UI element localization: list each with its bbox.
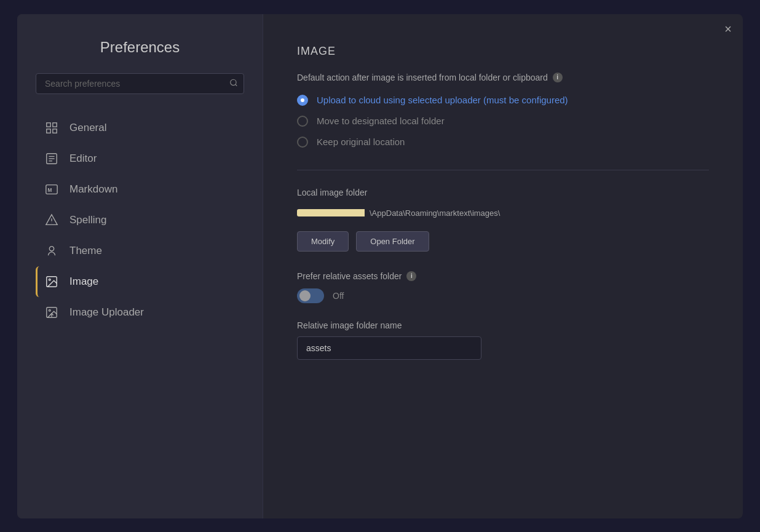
sidebar: Preferences General Editor M bbox=[17, 14, 263, 518]
modify-button[interactable]: Modify bbox=[297, 231, 349, 252]
sidebar-item-general-label: General bbox=[69, 122, 106, 134]
default-action-description: Default action after image is inserted f… bbox=[297, 73, 709, 82]
relative-folder-name-input[interactable] bbox=[297, 336, 481, 360]
radio-upload[interactable]: Upload to cloud using selected uploader … bbox=[297, 95, 709, 106]
markdown-icon: M bbox=[44, 181, 60, 197]
sidebar-item-theme[interactable]: Theme bbox=[36, 236, 244, 266]
close-button[interactable]: × bbox=[724, 23, 732, 35]
relative-assets-label: Prefer relative assets folder i bbox=[297, 271, 709, 281]
radio-keep-btn bbox=[297, 137, 308, 148]
relative-assets-info-icon[interactable]: i bbox=[406, 271, 416, 281]
spelling-icon bbox=[44, 212, 60, 228]
open-folder-button[interactable]: Open Folder bbox=[356, 231, 429, 252]
relative-folder-name-label: Relative image folder name bbox=[297, 320, 709, 330]
svg-text:M: M bbox=[48, 187, 52, 193]
radio-move-btn bbox=[297, 116, 308, 127]
sidebar-item-image-uploader-label: Image Uploader bbox=[69, 306, 144, 319]
toggle-row: Off bbox=[297, 288, 709, 303]
radio-keep[interactable]: Keep original location bbox=[297, 137, 709, 148]
toggle-knob bbox=[299, 290, 311, 301]
btn-row: Modify Open Folder bbox=[297, 231, 709, 252]
divider bbox=[297, 170, 709, 170]
svg-rect-4 bbox=[47, 129, 50, 132]
sidebar-item-spelling-label: Spelling bbox=[69, 214, 107, 226]
radio-move[interactable]: Move to designated local folder bbox=[297, 116, 709, 127]
svg-point-14 bbox=[49, 246, 53, 250]
local-folder-label: Local image folder bbox=[297, 188, 709, 197]
search-input[interactable] bbox=[36, 73, 244, 94]
svg-point-16 bbox=[49, 279, 50, 280]
sidebar-item-spelling[interactable]: Spelling bbox=[36, 205, 244, 236]
section-title: IMAGE bbox=[297, 45, 709, 58]
sidebar-item-image-label: Image bbox=[69, 276, 98, 288]
sidebar-item-editor[interactable]: Editor bbox=[36, 143, 244, 174]
toggle-status: Off bbox=[333, 291, 344, 301]
path-row: \AppData\Roaming\marktext\images\ bbox=[297, 205, 709, 221]
sidebar-item-theme-label: Theme bbox=[69, 245, 102, 257]
svg-point-18 bbox=[49, 309, 50, 311]
sidebar-title: Preferences bbox=[36, 39, 244, 56]
svg-point-13 bbox=[52, 223, 52, 223]
editor-icon bbox=[44, 151, 60, 167]
relative-assets-toggle[interactable] bbox=[297, 288, 324, 303]
radio-upload-btn bbox=[297, 95, 308, 106]
sidebar-item-editor-label: Editor bbox=[69, 153, 97, 165]
main-content: IMAGE Default action after image is inse… bbox=[263, 14, 743, 518]
theme-icon bbox=[44, 243, 60, 259]
svg-rect-2 bbox=[47, 122, 50, 126]
path-highlight bbox=[297, 209, 365, 216]
search-box bbox=[36, 73, 244, 94]
svg-rect-5 bbox=[53, 129, 57, 132]
sidebar-item-markdown[interactable]: M Markdown bbox=[36, 174, 244, 205]
sidebar-item-image-uploader[interactable]: Image Uploader bbox=[36, 297, 244, 328]
sidebar-item-markdown-label: Markdown bbox=[69, 183, 117, 196]
svg-rect-3 bbox=[53, 122, 57, 126]
info-icon[interactable]: i bbox=[553, 73, 563, 82]
radio-group-default-action: Upload to cloud using selected uploader … bbox=[297, 95, 709, 148]
sidebar-item-general[interactable]: General bbox=[36, 113, 244, 143]
preferences-dialog: × Preferences General Editor bbox=[17, 14, 743, 518]
image-icon bbox=[44, 274, 60, 290]
sidebar-item-image[interactable]: Image bbox=[36, 266, 244, 297]
image-uploader-icon bbox=[44, 304, 60, 320]
path-text: \AppData\Roaming\marktext\images\ bbox=[365, 205, 505, 221]
layout-icon bbox=[44, 120, 60, 136]
